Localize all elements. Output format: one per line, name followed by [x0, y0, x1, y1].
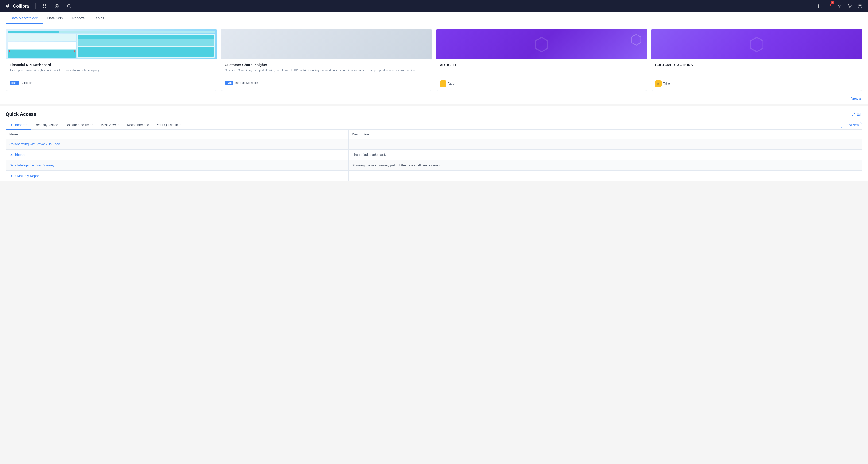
svg-point-5: [55, 4, 59, 8]
view-all-row: View all: [0, 95, 868, 104]
table-header-name: Name: [6, 130, 348, 139]
grid-icon: [42, 4, 47, 8]
card-badge-articles: ⊞ Table: [440, 80, 455, 87]
table-row: Data Intelligence User Journey Showing t…: [6, 160, 862, 171]
tab-data-marketplace[interactable]: Data Marketplace: [6, 12, 43, 24]
card-desc-customer-actions: [655, 68, 858, 78]
card-desc-churn: Customer Churn insights report showing o…: [225, 68, 428, 78]
card-thumbnail-articles: ⬡ ⬡: [436, 29, 647, 59]
cart-icon-btn[interactable]: [845, 2, 854, 10]
card-body-churn: Customer Churn Insights Customer Churn i…: [221, 59, 432, 88]
table-row: Data Maturity Report: [6, 171, 862, 181]
svg-line-8: [70, 7, 71, 8]
row-name-collaborating[interactable]: Collaborating with Privacy Journey: [6, 139, 348, 150]
main-content: Data Marketplace Data Sets Reports Table…: [0, 12, 868, 104]
card-desc-articles: [440, 68, 643, 78]
quick-tab-recently-visited[interactable]: Recently Visited: [31, 121, 62, 130]
quick-access-section: Quick Access Edit Dashboards Recently Vi…: [0, 106, 868, 181]
search-icon-btn[interactable]: [65, 2, 73, 10]
card-customer-churn[interactable]: Customer Churn Insights Customer Churn i…: [221, 29, 432, 91]
compass-icon: [55, 4, 59, 8]
tab-data-sets[interactable]: Data Sets: [43, 12, 68, 24]
svg-rect-4: [45, 7, 46, 8]
edit-icon: [852, 113, 855, 116]
nav-divider: [35, 3, 36, 9]
nav-right-actions: 1: [814, 2, 864, 10]
cart-icon: [847, 4, 852, 8]
top-navigation: Collibra 1: [0, 0, 868, 12]
tab-reports[interactable]: Reports: [67, 12, 89, 24]
row-name-data-maturity[interactable]: Data Maturity Report: [6, 171, 348, 181]
quick-access-title: Quick Access: [6, 112, 36, 117]
table-header-row: Name Description: [6, 130, 862, 139]
row-desc-collaborating: [348, 139, 862, 150]
svg-point-6: [56, 6, 57, 7]
add-new-button[interactable]: + Add New: [840, 122, 862, 128]
plus-icon: [816, 4, 821, 8]
svg-point-11: [850, 7, 851, 8]
svg-point-9: [830, 4, 831, 6]
quick-tab-recommended[interactable]: Recommended: [123, 121, 153, 130]
card-thumbnail-customer-actions: ⬡: [651, 29, 862, 59]
row-desc-data-intelligence: Showing the user journey path of the dat…: [348, 160, 862, 171]
view-all-link[interactable]: View all: [851, 96, 862, 100]
add-icon-btn[interactable]: [814, 2, 823, 10]
logo-text: Collibra: [13, 4, 29, 9]
search-icon: [67, 4, 71, 8]
quick-access-header: Quick Access Edit: [6, 112, 862, 117]
svg-point-7: [67, 4, 70, 7]
table-header-description: Description: [348, 130, 862, 139]
card-badge-churn: TWB Tableau Workbook: [225, 81, 258, 85]
cards-grid: Financial KPI Dashboard This report prov…: [6, 29, 862, 91]
purple-pattern-customer-actions: ⬡: [748, 33, 765, 55]
badge-label-articles: Table: [448, 82, 455, 85]
row-name-data-intelligence[interactable]: Data Intelligence User Journey: [6, 160, 348, 171]
tab-tables[interactable]: Tables: [89, 12, 109, 24]
activity-icon-btn[interactable]: [835, 2, 844, 10]
collibra-logo-icon: [4, 2, 11, 10]
svg-point-10: [849, 7, 850, 8]
card-badge-financial: BRPT BI Report: [10, 81, 33, 85]
table-row: Collaborating with Privacy Journey: [6, 139, 862, 150]
quick-tab-most-viewed[interactable]: Most Viewed: [97, 121, 123, 130]
card-title-articles: ARTICLES: [440, 63, 643, 67]
card-desc-financial: This report provides insights on financi…: [10, 68, 213, 78]
help-icon: [858, 4, 862, 8]
activity-icon: [837, 4, 842, 8]
card-thumbnail-dashboard: [6, 29, 217, 59]
badge-label-customer-actions: Table: [663, 82, 670, 85]
edit-button[interactable]: Edit: [852, 113, 862, 116]
mini-chart: [6, 29, 217, 59]
row-desc-data-maturity: [348, 171, 862, 181]
card-body-customer-actions: CUSTOMER_ACTIONS ⊞ Table: [651, 59, 862, 91]
table-row: Dashboard The default dashboard.: [6, 150, 862, 160]
notification-badge: 1: [831, 1, 834, 4]
tasks-icon: [827, 4, 831, 8]
quick-tab-quick-links[interactable]: Your Quick Links: [153, 121, 185, 130]
help-icon-btn[interactable]: [856, 2, 864, 10]
cards-section: Financial KPI Dashboard This report prov…: [0, 24, 868, 95]
quick-tab-dashboards[interactable]: Dashboards: [6, 121, 31, 130]
svg-rect-3: [43, 7, 44, 8]
grid-icon-btn[interactable]: [40, 2, 49, 10]
badge-label-financial: BI Report: [21, 81, 33, 85]
card-customer-actions[interactable]: ⬡ CUSTOMER_ACTIONS ⊞ Table: [651, 29, 862, 91]
compass-icon-btn[interactable]: [53, 2, 61, 10]
badge-brpt: BRPT: [10, 81, 19, 85]
card-title-churn: Customer Churn Insights: [225, 63, 428, 67]
card-title-financial: Financial KPI Dashboard: [10, 63, 213, 67]
table-icon-badge-customer-actions: ⊞: [655, 80, 661, 87]
tasks-icon-btn[interactable]: 1: [825, 2, 833, 10]
card-articles[interactable]: ⬡ ⬡ ARTICLES ⊞ Table: [436, 29, 647, 91]
card-body-financial: Financial KPI Dashboard This report prov…: [6, 59, 217, 88]
row-name-dashboard[interactable]: Dashboard: [6, 150, 348, 160]
card-body-articles: ARTICLES ⊞ Table: [436, 59, 647, 91]
card-financial-kpi[interactable]: Financial KPI Dashboard This report prov…: [6, 29, 217, 91]
row-desc-dashboard: The default dashboard.: [348, 150, 862, 160]
logo[interactable]: Collibra: [4, 2, 29, 10]
table-icon-badge-articles: ⊞: [440, 80, 446, 87]
quick-tab-bookmarked[interactable]: Bookmarked Items: [62, 121, 97, 130]
svg-rect-2: [45, 4, 46, 6]
card-thumbnail-gray: [221, 29, 432, 59]
badge-label-churn: Tableau Workbook: [235, 81, 258, 85]
